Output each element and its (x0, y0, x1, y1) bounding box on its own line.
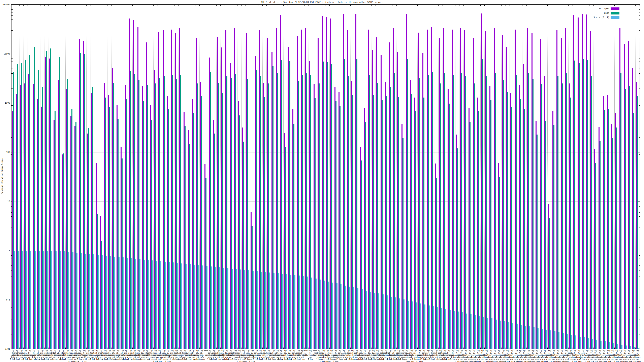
x-gridline (292, 5, 292, 349)
x-gridline (103, 5, 103, 349)
x-gridline (514, 5, 514, 349)
x-tick-top (57, 5, 57, 6)
x-tick-top (195, 5, 196, 6)
x-gridline (434, 5, 434, 349)
x-tick-bottom (15, 348, 15, 349)
y-tick-minor (639, 105, 640, 106)
x-gridline (522, 5, 522, 349)
x-gridline (422, 5, 422, 349)
x-tick-bottom (178, 348, 179, 349)
bar-spam (637, 96, 638, 349)
x-tick-bottom (401, 348, 401, 349)
bar-score-0-1- (269, 273, 270, 349)
x-tick-bottom (531, 348, 531, 349)
x-tick-top (577, 5, 577, 6)
x-tick-top (514, 5, 514, 6)
x-tick-top (472, 5, 472, 6)
x-tick-bottom (363, 348, 363, 349)
x-gridline (246, 5, 246, 349)
bar-spam (616, 127, 617, 349)
x-gridline (233, 5, 233, 349)
bar-score-0-1- (366, 291, 367, 349)
x-gridline (535, 5, 535, 349)
x-tick-top (44, 5, 45, 6)
bar-score-0-1- (181, 264, 182, 349)
x-gridline (367, 5, 367, 349)
x-tick-top (506, 5, 506, 6)
bar-score-0-1- (261, 272, 262, 349)
x-tick-bottom (317, 348, 317, 349)
x-tick-top (367, 5, 367, 6)
x-tick-top (304, 5, 304, 6)
y-tick-minor (639, 61, 640, 62)
bar-score-0-1- (303, 276, 304, 349)
x-tick-top (48, 5, 49, 6)
bar-score-0-1- (85, 254, 86, 349)
x-gridline (451, 5, 451, 349)
x-tick-top (187, 5, 187, 6)
bar-score-0-1- (152, 260, 153, 349)
x-tick-top (95, 5, 95, 6)
x-tick-bottom (501, 348, 502, 349)
x-gridline (459, 5, 460, 349)
bar-spam (444, 73, 445, 349)
bar-score-0-1- (391, 297, 392, 349)
x-tick-bottom (32, 348, 32, 349)
y-tick-minor (639, 19, 640, 20)
bar-score-0-1- (437, 307, 438, 349)
x-tick-bottom (53, 348, 53, 349)
x-gridline (296, 5, 296, 349)
x-gridline (57, 5, 57, 349)
y-tick-label: 0.1 (0, 299, 10, 301)
x-tick-top (216, 5, 216, 6)
x-gridline (589, 5, 590, 349)
x-gridline (86, 5, 86, 349)
x-tick-top (237, 5, 238, 6)
x-tick-top (296, 5, 296, 6)
x-tick-bottom (510, 348, 510, 349)
bar-score-0-1- (584, 337, 585, 349)
x-tick-top (19, 5, 20, 6)
x-tick-bottom (623, 348, 623, 349)
x-gridline (183, 5, 183, 349)
bar-score-0-1- (592, 339, 593, 349)
x-tick-top (250, 5, 250, 6)
bar-score-0-1- (14, 251, 15, 349)
bar-score-0-1- (516, 324, 518, 349)
bar-score-0-1- (496, 320, 497, 349)
y-tick-minor (639, 302, 640, 302)
x-tick-bottom (229, 348, 229, 349)
bar-score-0-1- (320, 280, 320, 349)
y-tick-minor (639, 7, 640, 7)
x-category-label: 9@1.list.dnswl.org5 hops (624, 350, 644, 362)
x-tick-bottom (581, 348, 581, 349)
y-tick-minor (639, 320, 640, 320)
x-tick-bottom (170, 348, 170, 349)
x-tick-top (627, 5, 627, 6)
bar-score-0-1- (429, 306, 430, 349)
legend-row: Score (0..1) (0, 16, 640, 19)
x-tick-top (266, 5, 267, 6)
x-tick-top (229, 5, 229, 6)
legend-swatch (610, 7, 620, 10)
x-gridline (15, 5, 15, 349)
x-tick-bottom (426, 348, 426, 349)
x-tick-top (376, 5, 376, 6)
x-gridline (250, 5, 250, 349)
bar-spam (461, 73, 462, 349)
bar-spam (570, 97, 571, 349)
x-tick-top (191, 5, 192, 6)
x-tick-top (585, 5, 585, 6)
x-gridline (254, 5, 254, 349)
x-tick-bottom (128, 348, 128, 349)
x-tick-top (623, 5, 623, 6)
x-gridline (237, 5, 238, 349)
x-tick-top (53, 5, 53, 6)
x-tick-bottom (191, 348, 192, 349)
x-gridline (581, 5, 581, 349)
x-tick-top (200, 5, 200, 6)
x-tick-bottom (224, 348, 225, 349)
x-gridline (48, 5, 49, 349)
x-tick-bottom (518, 348, 518, 349)
x-tick-top (572, 5, 573, 6)
